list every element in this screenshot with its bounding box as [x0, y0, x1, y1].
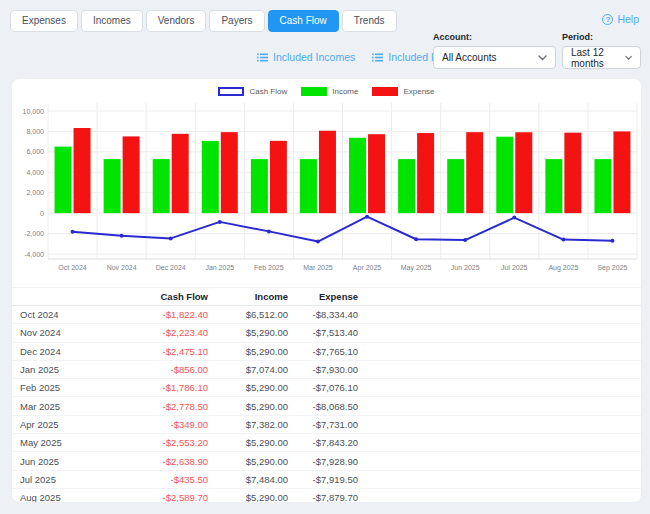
cashflow-point [267, 229, 271, 233]
header-income: Income [208, 288, 288, 306]
row-month: Jun 2025 [12, 452, 123, 470]
cashflow-point [365, 215, 369, 219]
income-bar [594, 159, 611, 213]
cashflow-point [169, 236, 173, 240]
x-axis-tick-label: Jul 2025 [501, 264, 528, 271]
x-axis-tick-label: Mar 2025 [303, 264, 333, 271]
header-spacer [358, 288, 641, 306]
x-axis-tick-label: Oct 2024 [58, 264, 87, 271]
legend-label: Cash Flow [249, 87, 287, 96]
income-bar [496, 137, 513, 213]
included-incomes-link[interactable]: Included Incomes [257, 51, 355, 63]
row-cash-flow: -$1,786.10 [123, 379, 208, 397]
legend-label: Income [332, 87, 358, 96]
x-axis-tick-label: Sep 2025 [597, 264, 627, 272]
row-cash-flow: -$2,223.40 [123, 324, 208, 342]
legend-label: Expense [403, 87, 434, 96]
expense-bar [270, 141, 287, 213]
help-label: Help [617, 13, 639, 25]
row-month: Feb 2025 [12, 379, 123, 397]
cashflow-card: Cash Flow Income Expense -4,000-2,00002,… [11, 78, 642, 503]
row-expense: -$7,076.10 [288, 379, 358, 397]
table-row: May 2025-$2,553.20$5,290.00-$7,843.20 [12, 434, 641, 452]
account-select-value: All Accounts [442, 52, 496, 63]
expense-bar [172, 134, 189, 213]
chevron-down-icon [625, 55, 632, 61]
cashflow-point [463, 238, 467, 242]
period-select[interactable]: Last 12 months [562, 46, 641, 69]
expense-swatch-icon [372, 87, 398, 96]
table-row: Apr 2025-$349.00$7,382.00-$7,731.00 [12, 415, 641, 433]
row-income: $5,290.00 [208, 434, 288, 452]
row-spacer [358, 415, 641, 433]
row-cash-flow: -$1,822.40 [123, 306, 208, 324]
row-expense: -$7,879.70 [288, 488, 358, 503]
help-link[interactable]: ? Help [602, 13, 639, 25]
table-row: Jun 2025-$2,638.90$5,290.00-$7,928.90 [12, 452, 641, 470]
y-axis-tick-label: 0 [40, 210, 44, 217]
table-row: Aug 2025-$2,589.70$5,290.00-$7,879.70 [12, 488, 641, 503]
help-icon: ? [602, 14, 613, 25]
cashflow-table-body: Oct 2024-$1,822.40$6,512.00-$8,334.40Nov… [12, 306, 641, 504]
income-bar [349, 138, 366, 213]
legend-item-cashflow[interactable]: Cash Flow [218, 87, 287, 96]
expense-bar [368, 134, 385, 213]
row-spacer [358, 452, 641, 470]
header-cash-flow: Cash Flow [123, 288, 208, 306]
tab-incomes[interactable]: Incomes [81, 10, 143, 32]
row-spacer [358, 470, 641, 488]
row-income: $5,290.00 [208, 488, 288, 503]
income-bar [153, 159, 170, 213]
table-row: Nov 2024-$2,223.40$5,290.00-$7,513.40 [12, 324, 641, 342]
cashflow-point [71, 230, 75, 234]
cashflow-point [512, 216, 516, 220]
row-expense: -$8,334.40 [288, 306, 358, 324]
row-cash-flow: -$2,589.70 [123, 488, 208, 503]
income-bar [251, 159, 268, 213]
row-spacer [358, 324, 641, 342]
tab-trends[interactable]: Trends [342, 10, 397, 32]
tab-expenses[interactable]: Expenses [10, 10, 78, 32]
expense-bar [564, 133, 581, 213]
account-select[interactable]: All Accounts [433, 46, 556, 69]
list-icon [257, 53, 268, 62]
row-spacer [358, 434, 641, 452]
row-expense: -$8,068.50 [288, 397, 358, 415]
tab-vendors[interactable]: Vendors [146, 10, 207, 32]
row-cash-flow: -$349.00 [123, 415, 208, 433]
x-axis-tick-label: Jun 2025 [451, 264, 480, 271]
header-month [12, 288, 123, 306]
chart-legend: Cash Flow Income Expense [12, 86, 641, 97]
legend-item-income[interactable]: Income [301, 87, 358, 96]
income-bar [300, 159, 317, 213]
row-expense: -$7,930.00 [288, 360, 358, 378]
row-spacer [358, 306, 641, 324]
row-spacer [358, 488, 641, 503]
account-label: Account: [433, 32, 556, 42]
tab-payers[interactable]: Payers [209, 10, 264, 32]
row-spacer [358, 397, 641, 415]
legend-item-expense[interactable]: Expense [372, 87, 434, 96]
expense-bar [221, 132, 238, 213]
y-axis-tick-label: 4,000 [26, 169, 44, 176]
row-month: Oct 2024 [12, 306, 123, 324]
x-axis-tick-label: Jan 2025 [205, 264, 234, 271]
income-bar [202, 141, 219, 213]
x-axis-tick-label: Apr 2025 [353, 264, 382, 272]
row-cash-flow: -$2,778.50 [123, 397, 208, 415]
included-incomes-label: Included Incomes [273, 51, 355, 63]
tab-cash-flow[interactable]: Cash Flow [268, 10, 339, 32]
row-spacer [358, 379, 641, 397]
list-icon [372, 53, 383, 62]
expense-bar [466, 132, 483, 213]
row-cash-flow: -$2,638.90 [123, 452, 208, 470]
table-row: Oct 2024-$1,822.40$6,512.00-$8,334.40 [12, 306, 641, 324]
row-month: Jan 2025 [12, 360, 123, 378]
cashflow-point [414, 237, 418, 241]
header-expense: Expense [288, 288, 358, 306]
cashflow-chart: -4,000-2,00002,0004,0006,0008,00010,000O… [12, 99, 641, 279]
table-row: Mar 2025-$2,778.50$5,290.00-$8,068.50 [12, 397, 641, 415]
y-axis-tick-label: 6,000 [26, 148, 44, 155]
row-expense: -$7,513.40 [288, 324, 358, 342]
y-axis-tick-label: -4,000 [24, 251, 44, 258]
